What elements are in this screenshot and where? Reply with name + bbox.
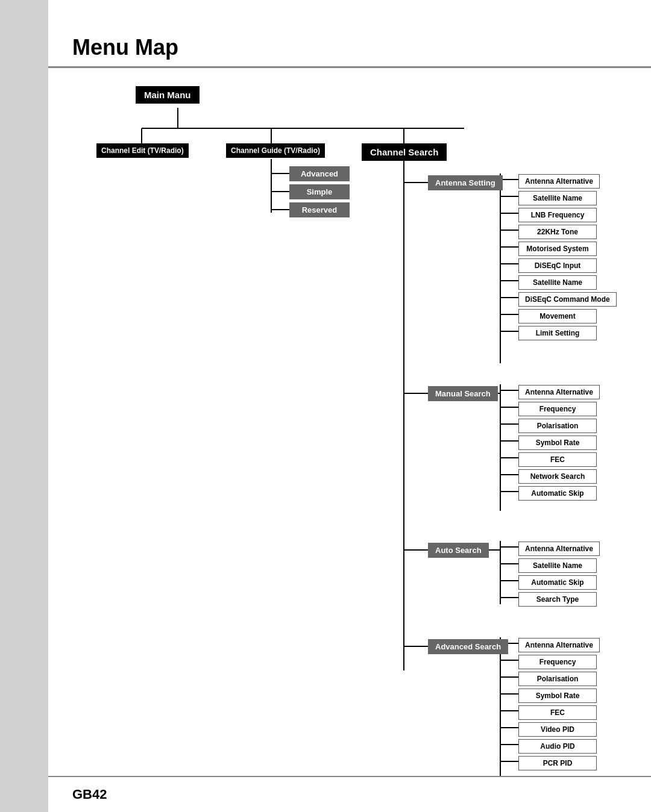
antenna-item-2: LNB Frequency xyxy=(518,208,597,222)
manual-search-node: Manual Search xyxy=(428,386,498,401)
antenna-item-9: Limit Setting xyxy=(518,326,597,340)
antenna-item-3: 22KHz Tone xyxy=(518,225,597,239)
footer: GB42 xyxy=(48,776,651,812)
channel-guide-node: Channel Guide (TV/Radio) xyxy=(226,143,325,158)
adv-item-1: Frequency xyxy=(518,655,597,669)
sidebar xyxy=(0,0,48,812)
manual-item-3: Symbol Rate xyxy=(518,436,597,450)
channel-edit-node: Channel Edit (TV/Radio) xyxy=(96,143,189,158)
auto-item-0: Antenna Alternative xyxy=(518,542,600,556)
manual-item-6: Automatic Skip xyxy=(518,486,597,501)
antenna-setting-node: Antenna Setting xyxy=(428,175,503,190)
antenna-item-0: Antenna Alternative xyxy=(518,174,600,189)
manual-item-5: Network Search xyxy=(518,469,597,484)
antenna-item-8: Movement xyxy=(518,309,597,323)
header: Menu Map xyxy=(48,0,651,66)
antenna-item-6: Satellite Name xyxy=(518,275,597,290)
guide-advanced-node: Advanced xyxy=(289,166,350,181)
adv-item-4: FEC xyxy=(518,705,597,720)
manual-item-1: Frequency xyxy=(518,402,597,416)
adv-item-7: PCR PID xyxy=(518,756,597,770)
manual-item-2: Polarisation xyxy=(518,419,597,433)
antenna-item-1: Satellite Name xyxy=(518,191,597,205)
main-content: Main Manu Channel Edit (TV/Radio) Channe… xyxy=(48,68,651,776)
manual-item-4: FEC xyxy=(518,452,597,467)
advanced-search-node: Advanced Search xyxy=(428,639,508,654)
manual-item-0: Antenna Alternative xyxy=(518,385,600,399)
channel-search-node: Channel Search xyxy=(362,143,447,161)
adv-item-3: Symbol Rate xyxy=(518,689,597,703)
guide-simple-node: Simple xyxy=(289,184,350,199)
adv-item-2: Polarisation xyxy=(518,672,597,686)
main-menu-node: Main Manu xyxy=(136,86,200,104)
footer-text: GB42 xyxy=(72,787,107,802)
antenna-item-7: DiSEqC Command Mode xyxy=(518,292,617,307)
guide-reserved-node: Reserved xyxy=(289,202,350,217)
antenna-item-5: DiSEqC Input xyxy=(518,258,597,273)
adv-item-5: Video PID xyxy=(518,722,597,737)
adv-item-0: Antenna Alternative xyxy=(518,638,600,652)
antenna-item-4: Motorised System xyxy=(518,242,597,256)
page-title: Menu Map xyxy=(72,35,178,60)
auto-item-2: Automatic Skip xyxy=(518,575,597,590)
auto-item-1: Satellite Name xyxy=(518,558,597,573)
auto-search-node: Auto Search xyxy=(428,543,489,558)
auto-item-3: Search Type xyxy=(518,592,597,607)
adv-item-6: Audio PID xyxy=(518,739,597,754)
